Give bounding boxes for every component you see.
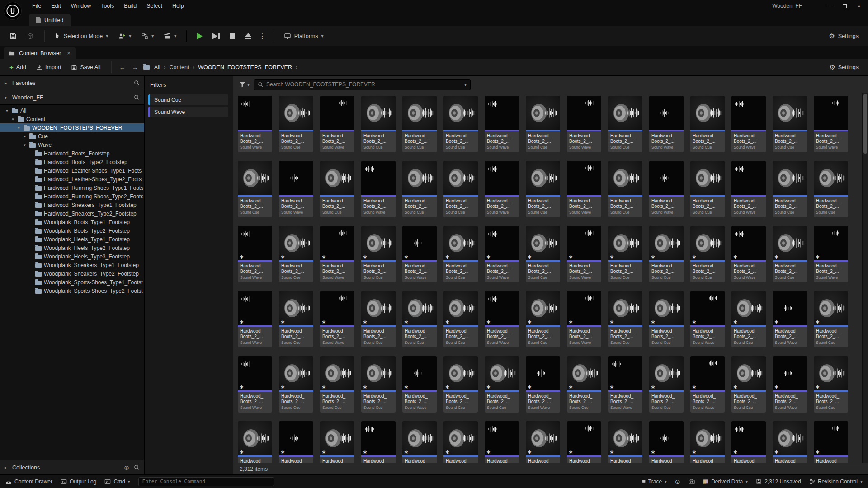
asset-tile[interactable]: Hardwood_Boots_2_...Sound Wave — [567, 96, 601, 152]
snapshot-button[interactable] — [689, 479, 695, 484]
add-actor-dropdown[interactable]: ▾ — [114, 29, 135, 43]
asset-tile[interactable]: ∗Hardwood_Boots_2_...Sound Cue — [649, 291, 684, 347]
unsaved-button[interactable]: 2,312 Unsaved — [756, 479, 801, 485]
asset-tile[interactable]: Hardwood_Boots_2_...Sound Cue — [690, 96, 725, 152]
menu-window[interactable]: Window — [66, 3, 96, 9]
asset-tile[interactable]: ∗Hardwood_Boots_2_...Sound Cue — [320, 356, 354, 413]
asset-tile[interactable]: Hardwood_Boots_2_...Sound Wave — [279, 161, 313, 217]
asset-tile[interactable]: Hardwood_Boots_2_...Sound Cue — [608, 96, 642, 152]
asset-tile[interactable]: Hardwood_Boots_2_...Sound Cue — [773, 96, 807, 152]
add-button[interactable]: + Add — [5, 61, 30, 74]
asset-tile[interactable]: Hardwood_Boots_2_...Sound Wave — [485, 96, 519, 152]
tree-item[interactable]: Woodplank_Boots_Type2_Footstep — [0, 226, 144, 235]
asset-tile[interactable]: ∗Hardwood_Boots_2_...Sound Wave — [773, 356, 807, 413]
tree-item[interactable]: Woodplank_Boots_Type1_Footstep — [0, 218, 144, 226]
asset-tile[interactable]: ∗Hardwood_Boots_2_...Sound Cue — [773, 421, 807, 463]
tab-content-browser[interactable]: Content Browser × — [4, 47, 76, 59]
editor-settings-button[interactable]: ⚙ Settings — [825, 29, 863, 43]
save-button[interactable] — [5, 29, 21, 43]
asset-tile[interactable]: ∗Hardwood_Boots_2_...Sound Cue — [731, 356, 766, 413]
asset-tile[interactable]: Hardwood_Boots_2_...Sound Wave — [649, 96, 684, 152]
tree-item[interactable]: ▾WOODEN_FOOTSTEPS_FOREVER — [0, 123, 144, 132]
favorites-header[interactable]: ▸ Favorites — [0, 76, 144, 90]
asset-tile[interactable]: ∗Hardwood_Boots_2_...Sound Wave — [485, 226, 519, 282]
tab-untitled[interactable]: Untitled — [29, 14, 71, 26]
asset-tile[interactable]: Hardwood_Boots_2_...Sound Cue — [361, 96, 396, 152]
asset-tile[interactable]: Hardwood_Boots_2_...Sound Cue — [526, 96, 560, 152]
asset-tile[interactable]: ∗Hardwood_Boots_2_...Sound Wave — [320, 226, 354, 282]
tree-item[interactable]: ▸Cue — [0, 132, 144, 141]
derived-data-dropdown[interactable]: ▦ Derived Data ▾ — [703, 478, 748, 485]
tree-item[interactable]: Woodplank_Heels_Type2_Footstep — [0, 244, 144, 252]
asset-tile[interactable]: ∗Hardwood_Boots_2_...Sound Cue — [361, 356, 396, 413]
tree-item[interactable]: Hardwood_Running-Shoes_Type1_Foots — [0, 183, 144, 192]
asset-tile[interactable]: Hardwood_Boots_2_...Sound Cue — [526, 161, 560, 217]
asset-tile[interactable]: ∗Hardwood_Boots_2_...Sound Cue — [443, 421, 478, 463]
platforms-dropdown[interactable]: Platforms ▾ — [280, 29, 328, 43]
expander-icon[interactable]: ▾ — [16, 126, 21, 130]
vertical-scrollbar[interactable] — [862, 93, 868, 463]
asset-tile[interactable]: ∗Hardwood_Boots_2_...Sound Cue — [814, 291, 848, 347]
package-icon[interactable] — [23, 29, 38, 43]
add-collection-icon[interactable]: ⊕ — [124, 464, 129, 471]
breadcrumb-item[interactable]: All — [154, 64, 160, 70]
asset-tile[interactable]: ∗Hardwood_Boots_2_...Sound Cue — [526, 421, 560, 463]
expander-icon[interactable]: ▾ — [10, 117, 15, 122]
filter-dropdown[interactable]: ▾ — [239, 81, 250, 88]
asset-tile[interactable]: Hardwood_Boots_2_...Sound Wave — [238, 96, 272, 152]
unreal-logo-icon[interactable] — [4, 2, 22, 20]
asset-tile[interactable]: ∗Hardwood_Boots_2_...Sound Wave — [649, 421, 684, 463]
tree-item[interactable]: Woodplank_Sports-Shoes_Type2_Footst — [0, 286, 144, 295]
asset-tile[interactable]: ∗Hardwood_Boots_2_...Sound Wave — [361, 421, 396, 463]
selection-mode-dropdown[interactable]: Selection Mode ▾ — [50, 29, 112, 43]
asset-tile[interactable]: ∗Hardwood_Boots_2_...Sound Wave — [485, 421, 519, 463]
asset-tile[interactable]: ∗Hardwood_Boots_2_...Sound Wave — [773, 291, 807, 347]
search-icon[interactable] — [134, 94, 140, 100]
tree-item[interactable]: Hardwood_Running-Shoes_Type2_Foots — [0, 192, 144, 201]
asset-tile[interactable]: ∗Hardwood_Boots_2_...Sound Wave — [238, 356, 272, 413]
tree-item[interactable]: ▾Content — [0, 115, 144, 123]
search-icon[interactable] — [134, 465, 140, 470]
asset-tile[interactable]: Hardwood_Boots_2_...Sound Cue — [279, 96, 313, 152]
asset-tile[interactable]: ∗Hardwood_Boots_2_...Sound Wave — [526, 356, 560, 413]
asset-tile[interactable]: ∗Hardwood_Boots_2_...Sound Wave — [279, 421, 313, 463]
import-button[interactable]: Import — [32, 61, 65, 74]
asset-tile[interactable]: ∗Hardwood_Boots_2_...Sound Wave — [814, 226, 848, 282]
asset-tile[interactable]: ∗Hardwood_Boots_2_...Sound Cue — [690, 226, 725, 282]
asset-tile[interactable]: ∗Hardwood_Boots_2_...Sound Cue — [361, 291, 396, 347]
tree-item[interactable]: Hardwood_Leather-Shoes_Type2_Foots — [0, 175, 144, 183]
project-header[interactable]: ▾ Wooden_FF — [0, 90, 144, 105]
asset-tile[interactable]: ∗Hardwood_Boots_2_...Sound Cue — [773, 226, 807, 282]
asset-tile[interactable]: ∗Hardwood_Boots_2_...Sound Cue — [814, 356, 848, 413]
menu-help[interactable]: Help — [167, 3, 189, 9]
revision-control-dropdown[interactable]: Revision Control ▾ — [809, 479, 863, 485]
asset-tile[interactable]: ∗Hardwood_Boots_2_...Sound Cue — [402, 291, 437, 347]
content-browser-settings-button[interactable]: ⚙ Settings — [825, 61, 863, 74]
save-all-button[interactable]: Save All — [67, 61, 104, 74]
asset-tile[interactable]: ∗Hardwood_Boots_2_...Sound Cue — [649, 226, 684, 282]
output-log-button[interactable]: Output Log — [61, 479, 96, 485]
asset-tile[interactable]: ∗Hardwood_Boots_2_...Sound Cue — [238, 421, 272, 463]
asset-tile[interactable]: ∗Hardwood_Boots_2_...Sound Cue — [731, 291, 766, 347]
tree-item[interactable]: Hardwood_Sneakers_Type1_Footstep — [0, 201, 144, 209]
asset-tile[interactable]: Hardwood_Boots_2_...Sound Cue — [402, 161, 437, 217]
stop-button[interactable] — [226, 29, 239, 43]
asset-tile[interactable]: ∗Hardwood_Boots_2_...Sound Wave — [690, 356, 725, 413]
chevron-down-icon[interactable]: ▾ — [464, 82, 467, 87]
asset-tile[interactable]: ∗Hardwood_Boots_2_...Sound Cue — [649, 356, 684, 413]
filter-chip-sound-wave[interactable]: Sound Wave — [148, 107, 228, 117]
breadcrumb-item[interactable]: Content — [170, 64, 189, 70]
expander-icon[interactable]: ▾ — [5, 108, 9, 113]
trace-dropdown[interactable]: ≡ Trace ▾ — [642, 478, 667, 485]
asset-tile[interactable]: Hardwood_Boots_2_...Sound Wave — [320, 96, 354, 152]
asset-tile[interactable]: ∗Hardwood_Boots_2_...Sound Wave — [402, 226, 437, 282]
asset-tile[interactable]: Hardwood_Boots_2_...Sound Cue — [238, 161, 272, 217]
scrollbar-thumb[interactable] — [863, 94, 867, 154]
minimize-icon[interactable]: ─ — [823, 0, 837, 11]
asset-tile[interactable]: ∗Hardwood_Boots_2_...Sound Cue — [443, 356, 478, 413]
collections-header[interactable]: ▸ Collections ⊕ — [0, 460, 144, 474]
asset-tile[interactable]: ∗Hardwood_Boots_2_...Sound Cue — [443, 226, 478, 282]
eject-button[interactable] — [241, 29, 255, 43]
asset-tile[interactable]: Hardwood_Boots_2_...Sound Wave — [649, 161, 684, 217]
asset-tile[interactable]: ∗Hardwood_Boots_2_...Sound Wave — [567, 291, 601, 347]
